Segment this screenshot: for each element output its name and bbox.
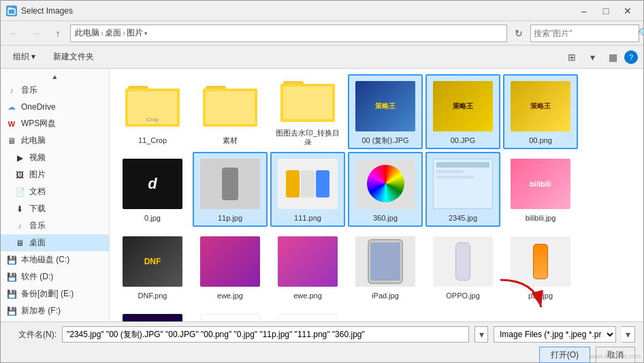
sidebar: ▲ ♪ 音乐 ☁ OneDrive W WPS网盘 🖥 此电脑 ▶ 视频 (1, 69, 110, 321)
file-item[interactable]: 2345.jpg (425, 152, 500, 227)
new-folder-button[interactable]: 新建文件夹 (46, 48, 101, 66)
minimize-button[interactable]: – (574, 3, 594, 19)
sidebar-label: 备份[勿删] (E:) (21, 288, 74, 300)
onedrive-icon: ☁ (6, 101, 17, 112)
search-input[interactable] (531, 29, 639, 38)
file-item[interactable]: iPad.jpg (348, 230, 423, 304)
sidebar-item-wps[interactable]: W WPS网盘 (1, 115, 109, 132)
file-item[interactable]: 图图去水印_转换目录 (270, 74, 345, 149)
file-thumb (355, 235, 416, 288)
file-name: 素材 (223, 136, 238, 145)
file-name: iPad.jpg (372, 291, 399, 300)
file-thumb (432, 235, 494, 288)
refresh-button[interactable]: ↻ (510, 25, 528, 42)
address-path[interactable]: 此电脑 › 桌面 › 图片 ▾ (70, 25, 507, 42)
file-item[interactable]: Crop 11_Crop (115, 74, 190, 149)
filetype-select[interactable]: Image Files (*.jpg *.jpeg *.pr (494, 326, 616, 343)
view-dropdown-button[interactable]: ▾ (583, 48, 601, 66)
back-button[interactable]: ← (5, 25, 24, 42)
filename-input[interactable] (62, 326, 469, 343)
file-thumb: 策略王 (355, 80, 416, 133)
sidebar-item-music-side[interactable]: ♪ 音乐 (1, 217, 109, 234)
sidebar-item-local-c[interactable]: 💾 本地磁盘 (C:) (1, 251, 109, 268)
file-item[interactable]: 11p.jpg (193, 152, 268, 227)
file-item[interactable]: 策略王 00 (复制).JPG (348, 74, 423, 149)
scroll-up-arrow[interactable]: ▲ (1, 72, 109, 82)
file-grid[interactable]: Crop 11_Crop 素材 (110, 69, 643, 321)
sidebar-label: 音乐 (21, 84, 37, 96)
file-item[interactable]: QQ qq.png (270, 307, 345, 321)
watermark: www.dazuifoo.com (590, 353, 641, 360)
drive-d-icon: 💾 (6, 272, 17, 283)
sidebar-label: 文档 (29, 186, 46, 198)
sidebar-item-soft-d[interactable]: 💾 软件 (D:) (1, 268, 109, 285)
sidebar-label: 本地磁盘 (C:) (21, 254, 69, 266)
file-item[interactable]: ewe.png (270, 230, 345, 304)
file-item[interactable]: 策略王 00.png (503, 74, 578, 149)
music-icon: ♪ (6, 85, 17, 96)
file-item[interactable]: OPPO.jpg (425, 230, 500, 304)
file-name: 00.png (529, 136, 552, 145)
file-thumb (277, 78, 338, 125)
file-thumb: DNF (122, 235, 183, 288)
sidebar-item-downloads[interactable]: ⬇ 下载 (1, 200, 109, 217)
file-item[interactable]: bilibili bilibili.jpg (503, 152, 578, 227)
file-item[interactable]: 素材 (193, 74, 268, 149)
file-name: 360.jpg (373, 213, 398, 223)
sidebar-label: 视频 (29, 152, 46, 163)
file-item[interactable]: 111.png (270, 152, 345, 227)
path-part-pictures: 图片 (127, 27, 143, 39)
file-item[interactable]: 360.jpg (348, 152, 423, 227)
close-button[interactable]: ✕ (617, 3, 638, 19)
sidebar-label: 此电脑 (21, 135, 46, 146)
sidebar-label: WPS网盘 (21, 118, 56, 129)
file-name: ewe.jpg (217, 291, 243, 300)
file-thumb: bilibili (510, 157, 571, 210)
sidebar-item-documents[interactable]: 📄 文档 (1, 183, 109, 200)
file-name: 11p.jpg (218, 213, 242, 223)
file-item[interactable]: Pr pr.jpg (115, 307, 190, 321)
filename-label: 文件名(N): (9, 329, 57, 341)
file-item[interactable]: 策略王 00.JPG (425, 74, 500, 149)
file-name: 00.JPG (451, 136, 476, 145)
file-item[interactable]: QQ qq.jpg (193, 307, 268, 321)
sidebar-item-desktop[interactable]: 🖥 桌面 (1, 234, 109, 251)
file-item[interactable]: ewe.jpg (193, 230, 268, 304)
open-button[interactable]: 打开(O) (539, 347, 590, 363)
path-part-desktop: 桌面 (105, 27, 121, 39)
forward-button[interactable]: → (27, 25, 46, 42)
help-button[interactable]: ? (624, 50, 638, 64)
file-item[interactable]: p30.jpg (503, 230, 578, 304)
filetype-dropdown[interactable]: ▾ (622, 326, 635, 343)
file-thumb (277, 157, 338, 210)
path-chevron[interactable]: ▾ (144, 30, 148, 37)
sidebar-item-video[interactable]: ▶ 视频 (1, 149, 109, 166)
file-item[interactable]: d 0.jpg (115, 152, 190, 227)
sidebar-item-onedrive[interactable]: ☁ OneDrive (1, 99, 109, 115)
sidebar-item-thispc[interactable]: 🖥 此电脑 (1, 132, 109, 149)
filename-dropdown[interactable]: ▾ (474, 326, 488, 343)
up-button[interactable]: ↑ (48, 25, 67, 42)
file-name: 00 (复制).JPG (361, 136, 408, 145)
file-thumb (199, 235, 261, 288)
thispc-icon: 🖥 (6, 136, 17, 146)
maximize-button[interactable]: □ (596, 3, 616, 19)
organize-button[interactable]: 组织 ▾ (6, 48, 42, 66)
file-name: p30.jpg (528, 291, 553, 300)
file-item[interactable]: DNF DNF.png (115, 230, 190, 304)
sidebar-item-new-f[interactable]: 💾 新加卷 (F:) (1, 302, 109, 319)
sidebar-label: 图片 (29, 169, 46, 180)
sidebar-item-backup-e[interactable]: 💾 备份[勿删] (E:) (1, 285, 109, 302)
file-thumb: Pr (122, 313, 183, 321)
file-name: OPPO.jpg (446, 291, 480, 300)
sidebar-label: 下载 (29, 203, 46, 215)
search-icon-button[interactable]: 🔍 (639, 25, 644, 42)
view-icon-button[interactable]: ⊞ (563, 48, 581, 66)
file-thumb (277, 235, 338, 288)
pane-button[interactable]: ▦ (604, 48, 622, 66)
sidebar-item-music-top[interactable]: ♪ 音乐 (1, 82, 109, 99)
sidebar-item-pictures[interactable]: 🖼 图片 (1, 166, 109, 183)
path-part-pc: 此电脑 (75, 27, 99, 39)
file-name: DNF.png (138, 291, 167, 300)
svg-rect-1 (8, 7, 12, 10)
